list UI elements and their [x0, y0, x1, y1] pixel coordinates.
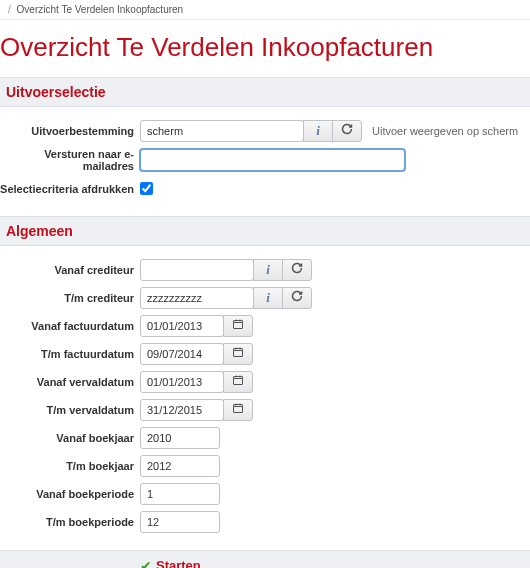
footer-bar: ✔ Starten: [0, 550, 530, 568]
refresh-icon: [341, 123, 353, 139]
output-destination-input[interactable]: [140, 120, 304, 142]
label-from-year: Vanaf boekjaar: [0, 432, 140, 444]
from-creditor-input[interactable]: [140, 259, 254, 281]
from-due-date-picker-button[interactable]: [223, 371, 253, 393]
to-creditor-info-button[interactable]: i: [253, 287, 283, 309]
section-general: Algemeen: [0, 216, 530, 246]
info-icon: i: [316, 123, 320, 139]
from-creditor-info-button[interactable]: i: [253, 259, 283, 281]
label-output-destination: Uitvoerbestemming: [0, 125, 140, 137]
label-from-due-date: Vanaf vervaldatum: [0, 376, 140, 388]
label-from-creditor: Vanaf crediteur: [0, 264, 140, 276]
from-creditor-refresh-button[interactable]: [282, 259, 312, 281]
breadcrumb: / Overzicht Te Verdelen Inkoopfacturen: [0, 0, 530, 20]
breadcrumb-item[interactable]: Overzicht Te Verdelen Inkoopfacturen: [17, 4, 184, 15]
output-destination-info-button[interactable]: i: [303, 120, 333, 142]
svg-rect-1: [234, 349, 243, 357]
to-period-input[interactable]: [140, 511, 220, 533]
calendar-icon: [232, 318, 244, 334]
output-destination-refresh-button[interactable]: [332, 120, 362, 142]
label-to-creditor: T/m crediteur: [0, 292, 140, 304]
svg-rect-2: [234, 377, 243, 385]
to-creditor-refresh-button[interactable]: [282, 287, 312, 309]
start-button-label: Starten: [156, 558, 201, 568]
to-invoice-date-input[interactable]: [140, 343, 224, 365]
to-due-date-picker-button[interactable]: [223, 399, 253, 421]
section-general-title: Algemeen: [6, 223, 524, 239]
info-icon: i: [266, 262, 270, 278]
label-email: Versturen naar e-mailadres: [0, 148, 140, 172]
check-icon: ✔: [140, 559, 152, 569]
refresh-icon: [291, 262, 303, 278]
to-creditor-input[interactable]: [140, 287, 254, 309]
email-input[interactable]: [140, 149, 405, 171]
start-button[interactable]: ✔ Starten: [140, 558, 201, 568]
from-invoice-date-input[interactable]: [140, 315, 224, 337]
print-criteria-checkbox[interactable]: [140, 182, 153, 195]
calendar-icon: [232, 374, 244, 390]
to-due-date-input[interactable]: [140, 399, 224, 421]
refresh-icon: [291, 290, 303, 306]
svg-rect-0: [234, 321, 243, 329]
from-due-date-input[interactable]: [140, 371, 224, 393]
section-output: Uitvoerselectie: [0, 77, 530, 107]
section-output-title: Uitvoerselectie: [6, 84, 524, 100]
breadcrumb-separator: /: [8, 4, 11, 15]
svg-rect-3: [234, 405, 243, 413]
label-to-year: T/m boekjaar: [0, 460, 140, 472]
label-from-invoice-date: Vanaf factuurdatum: [0, 320, 140, 332]
to-year-input[interactable]: [140, 455, 220, 477]
label-from-period: Vanaf boekperiode: [0, 488, 140, 500]
calendar-icon: [232, 402, 244, 418]
label-to-invoice-date: T/m factuurdatum: [0, 348, 140, 360]
to-invoice-date-picker-button[interactable]: [223, 343, 253, 365]
label-to-period: T/m boekperiode: [0, 516, 140, 528]
from-year-input[interactable]: [140, 427, 220, 449]
output-destination-hint: Uitvoer weergeven op scherm: [372, 125, 518, 137]
from-period-input[interactable]: [140, 483, 220, 505]
label-to-due-date: T/m vervaldatum: [0, 404, 140, 416]
page-title: Overzicht Te Verdelen Inkoopfacturen: [0, 32, 530, 63]
label-print-criteria: Selectiecriteria afdrukken: [0, 183, 140, 195]
from-invoice-date-picker-button[interactable]: [223, 315, 253, 337]
calendar-icon: [232, 346, 244, 362]
info-icon: i: [266, 290, 270, 306]
